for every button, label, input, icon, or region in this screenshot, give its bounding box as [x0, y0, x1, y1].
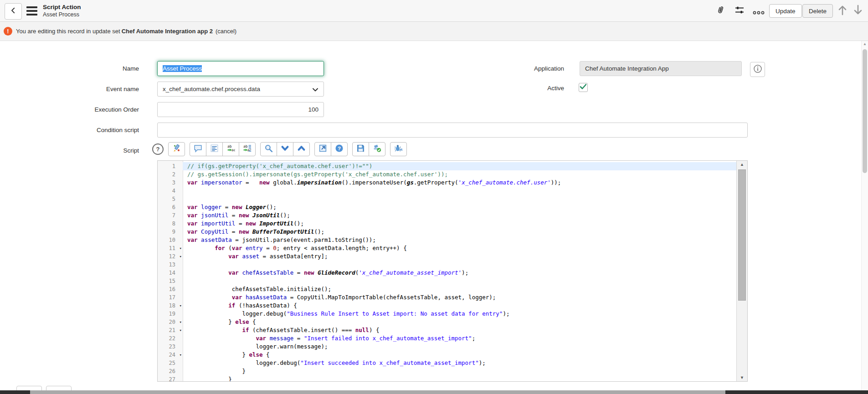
code-line[interactable]: 10var assetData = jsonUtil.parse(event.p… — [158, 236, 736, 244]
toolbar-button-group: ? — [314, 142, 348, 156]
previous-record-button[interactable] — [837, 5, 848, 17]
code-line[interactable]: 16 chefAssetsTable.initialize(); — [158, 285, 736, 293]
code-line[interactable]: 12▾ var asset = assetData[entry]; — [158, 252, 736, 261]
page-horizontal-scrollbar[interactable] — [0, 390, 868, 394]
code-line[interactable]: 26 } — [158, 367, 736, 375]
execution-order-label: Execution Order — [30, 106, 139, 113]
line-number: 24▾ — [158, 351, 183, 359]
back-chevron-icon — [9, 6, 17, 16]
line-number: 8 — [158, 220, 183, 228]
editor-scrollbar-thumb[interactable] — [738, 169, 746, 301]
toggle-comment-button[interactable] — [190, 142, 206, 156]
line-number: 26 — [158, 367, 183, 375]
code-line[interactable]: 22 var message = "Insert failed into x_c… — [158, 334, 736, 343]
svg-text:?: ? — [338, 145, 341, 151]
application-info-button[interactable] — [750, 62, 765, 77]
toggle-syntax-editor-button[interactable] — [168, 142, 185, 156]
page-scrollbar-thumb[interactable] — [863, 49, 867, 173]
code-line[interactable]: 7var jsonUtil = new JsonUtil(); — [158, 211, 736, 220]
code-line[interactable]: 21▾ if (chefAssetsTable.insert() === nul… — [158, 326, 736, 334]
code-line[interactable]: 3var impersonator = new global.impersina… — [158, 179, 736, 187]
script-help-icon[interactable]: ? — [152, 143, 164, 155]
find-next-button[interactable] — [277, 142, 293, 156]
toggle-comment-icon — [194, 144, 202, 154]
replace-all-button[interactable]: abac — [239, 142, 256, 156]
find-previous-icon — [297, 144, 306, 154]
line-number: 17 — [158, 293, 183, 302]
update-button[interactable]: Update — [769, 4, 802, 18]
fold-toggle-icon[interactable]: ▾ — [180, 351, 182, 358]
delete-button[interactable]: Delete — [802, 4, 833, 18]
code-line[interactable]: 2// gs.getSession().impersonate(gs.getPr… — [158, 170, 736, 179]
find-previous-button[interactable] — [293, 142, 310, 156]
code-line[interactable]: 4 — [158, 187, 736, 195]
editor-scroll-up-icon[interactable]: ▲ — [737, 162, 747, 167]
save-script-button[interactable] — [352, 142, 369, 156]
open-fullscreen-button[interactable] — [314, 142, 331, 156]
code-line[interactable]: 1// if(gs.getProperty('x_chef_automate.c… — [158, 162, 736, 170]
page-vertical-scrollbar[interactable]: ▲ — [861, 41, 868, 390]
fold-toggle-icon[interactable]: ▾ — [180, 253, 182, 260]
form-header: Script Action Asset Process Update Delet… — [0, 0, 868, 22]
check-syntax-button[interactable] — [369, 142, 385, 156]
code-line[interactable]: 13 — [158, 261, 736, 269]
next-record-button[interactable] — [852, 5, 864, 17]
attachment-button[interactable] — [714, 5, 726, 17]
execution-order-input[interactable]: 100 — [157, 102, 324, 117]
code-line[interactable]: 11▾ for (var entry = 0; entry < assetDat… — [158, 244, 736, 252]
cancel-update-set-link[interactable]: (cancel) — [216, 28, 236, 35]
code-line[interactable]: 6var logger = new Logger(); — [158, 203, 736, 211]
fold-toggle-icon[interactable]: ▾ — [180, 245, 182, 252]
more-options-button[interactable] — [753, 7, 765, 19]
application-label: Application — [455, 65, 564, 72]
code-line[interactable]: 17 var hasAssetData = CopyUtil.MapToImpo… — [158, 293, 736, 302]
active-checkbox[interactable] — [579, 83, 588, 92]
chevron-down-icon — [312, 86, 319, 95]
editor-help-icon: ? — [335, 144, 344, 154]
page-scroll-up-icon[interactable]: ▲ — [862, 42, 868, 46]
name-input[interactable]: Asset Process — [157, 61, 324, 76]
code-line[interactable]: 14 var chefAssetsTable = new GlideRecord… — [158, 269, 736, 277]
code-line[interactable]: 19 logger.debug("Business Rule Insert to… — [158, 310, 736, 318]
fold-toggle-icon[interactable]: ▾ — [180, 318, 182, 326]
script-editor[interactable]: 1// if(gs.getProperty('x_chef_automate.c… — [157, 160, 748, 382]
line-number: 22 — [158, 334, 183, 343]
editor-scrollbar[interactable]: ▲ ▼ — [736, 161, 747, 381]
code-line[interactable]: 24▾ } else { — [158, 351, 736, 359]
code-line[interactable]: 15 — [158, 277, 736, 285]
replace-button[interactable]: abac — [222, 142, 239, 156]
editor-scroll-down-icon[interactable]: ▼ — [737, 375, 747, 380]
editor-help-button[interactable]: ? — [331, 142, 348, 156]
fold-toggle-icon[interactable]: ▾ — [180, 302, 182, 309]
line-number: 16 — [158, 285, 183, 293]
paperclip-icon — [715, 5, 725, 17]
code-line[interactable]: 18▾ if (!hasAssetData) { — [158, 302, 736, 310]
execution-order-value: 100 — [308, 106, 318, 113]
toolbar-button-group — [352, 142, 385, 156]
code-line[interactable]: 27 } — [158, 375, 736, 382]
back-button[interactable] — [5, 3, 22, 20]
code-line[interactable]: 8var importUtil = new ImportUtil(); — [158, 220, 736, 228]
script-editor-toolbar: ? abacabac? — [152, 141, 407, 157]
code-line[interactable]: 20▾ } else { — [158, 318, 736, 326]
fold-toggle-icon[interactable]: ▾ — [180, 327, 182, 334]
format-code-button[interactable] — [206, 142, 223, 156]
line-number: 5 — [158, 195, 183, 203]
code-line[interactable]: 5 — [158, 195, 736, 203]
code-lines: 1// if(gs.getProperty('x_chef_automate.c… — [158, 162, 736, 382]
condition-script-input[interactable] — [157, 123, 748, 138]
name-label: Name — [30, 65, 139, 72]
checkmark-icon — [580, 83, 587, 92]
event-name-select[interactable]: x_chef_automate.chef.process.data — [157, 82, 324, 97]
code-line[interactable]: 25 logger.debug("Insert succeeded into x… — [158, 359, 736, 367]
context-menu-icon[interactable] — [26, 6, 37, 15]
code-line[interactable]: 9var CopyUtil = new BufferToImportUtil()… — [158, 228, 736, 236]
personalize-form-button[interactable] — [734, 5, 745, 17]
condition-script-label: Condition script — [30, 126, 139, 134]
line-number: 1 — [158, 162, 183, 170]
replace-icon: abac — [226, 144, 235, 154]
active-label: Active — [455, 84, 564, 92]
debug-script-button[interactable] — [390, 142, 407, 156]
search-button[interactable] — [260, 142, 277, 156]
code-line[interactable]: 23 logger.warn(message); — [158, 343, 736, 351]
